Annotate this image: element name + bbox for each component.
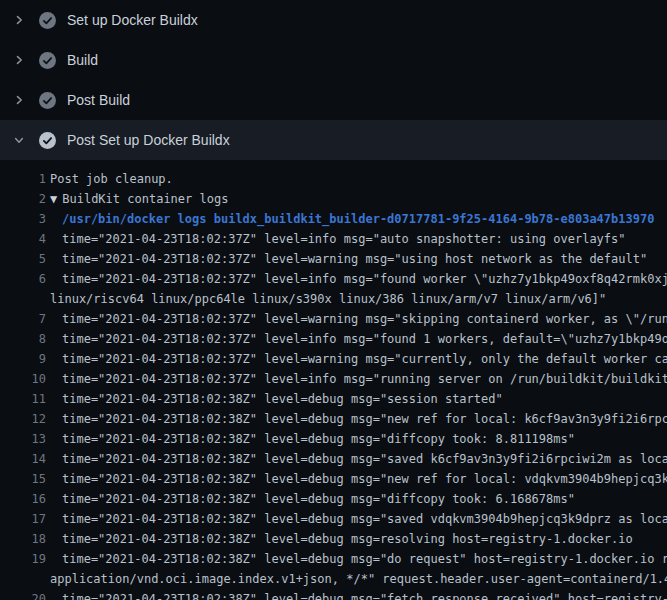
log-line-text: time="2021-04-23T18:02:37Z" level=info m…	[50, 269, 667, 289]
log-line-number[interactable]	[0, 569, 46, 589]
log-line-9: 9 time="2021-04-23T18:02:37Z" level=warn…	[0, 349, 667, 369]
log-line-3: 3 /usr/bin/docker logs buildx_buildkit_b…	[0, 209, 667, 229]
log-line-number[interactable]: 7	[0, 309, 46, 329]
log-line-6: 6 time="2021-04-23T18:02:37Z" level=info…	[0, 269, 667, 289]
log-line-17: 17 time="2021-04-23T18:02:38Z" level=deb…	[0, 509, 667, 529]
log-line-number[interactable]: 4	[0, 229, 46, 249]
step-label: Set up Docker Buildx	[67, 12, 198, 28]
log-line-text: time="2021-04-23T18:02:38Z" level=debug …	[50, 469, 667, 489]
group-collapse-icon[interactable]: ▼	[50, 192, 57, 206]
log-lines: 1 Post job cleanup. 2 ▼BuildKit containe…	[0, 160, 667, 600]
log-line-text: Post job cleanup.	[50, 169, 173, 189]
log-line-text: time="2021-04-23T18:02:37Z" level=info m…	[50, 229, 626, 249]
log-line-18: 18 time="2021-04-23T18:02:38Z" level=deb…	[0, 529, 667, 549]
log-line-text: time="2021-04-23T18:02:38Z" level=debug …	[50, 389, 503, 409]
log-line-text: time="2021-04-23T18:02:38Z" level=debug …	[50, 449, 667, 469]
log-line-text: time="2021-04-23T18:02:38Z" level=debug …	[50, 489, 575, 509]
step-label: Build	[67, 52, 98, 68]
actions-log-panel: Set up Docker Buildx Build Post Build Po…	[0, 0, 667, 600]
log-line-continuation: linux/riscv64 linux/ppc64le linux/s390x …	[0, 289, 667, 309]
log-line-text: time="2021-04-23T18:02:38Z" level=debug …	[50, 589, 667, 600]
log-line-12: 12 time="2021-04-23T18:02:38Z" level=deb…	[0, 409, 667, 429]
log-line-8: 8 time="2021-04-23T18:02:37Z" level=info…	[0, 329, 667, 349]
log-line-text: application/vnd.oci.image.index.v1+json,…	[50, 569, 667, 589]
log-line-text: ▼BuildKit container logs	[50, 189, 228, 209]
log-line-19: 19 time="2021-04-23T18:02:38Z" level=deb…	[0, 549, 667, 569]
log-line-continuation: application/vnd.oci.image.index.v1+json,…	[0, 569, 667, 589]
step-row-set-up-docker-buildx[interactable]: Set up Docker Buildx	[0, 0, 667, 40]
chevron-icon[interactable]	[12, 53, 26, 67]
log-line-7: 7 time="2021-04-23T18:02:37Z" level=warn…	[0, 309, 667, 329]
log-line-14: 14 time="2021-04-23T18:02:38Z" level=deb…	[0, 449, 667, 469]
log-line-text: time="2021-04-23T18:02:37Z" level=warnin…	[50, 249, 647, 269]
log-line-number[interactable]: 12	[0, 409, 46, 429]
chevron-icon[interactable]	[12, 133, 26, 147]
log-line-number[interactable]: 16	[0, 489, 46, 509]
log-line-number[interactable]: 3	[0, 209, 46, 229]
log-line-number[interactable]: 5	[0, 249, 46, 269]
log-line-text: time="2021-04-23T18:02:38Z" level=debug …	[50, 429, 575, 449]
log-line-number[interactable]: 14	[0, 449, 46, 469]
log-line-number[interactable]: 8	[0, 329, 46, 349]
steps-list: Set up Docker Buildx Build Post Build Po…	[0, 0, 667, 160]
log-line-number[interactable]: 10	[0, 369, 46, 389]
step-row-build[interactable]: Build	[0, 40, 667, 80]
log-line-13: 13 time="2021-04-23T18:02:38Z" level=deb…	[0, 429, 667, 449]
log-line-4: 4 time="2021-04-23T18:02:37Z" level=info…	[0, 229, 667, 249]
log-line-text: /usr/bin/docker logs buildx_buildkit_bui…	[50, 209, 654, 229]
log-line-number[interactable]: 19	[0, 549, 46, 569]
log-line-number[interactable]: 1	[0, 169, 46, 189]
check-circle-icon	[39, 12, 56, 29]
log-line-text: time="2021-04-23T18:02:38Z" level=debug …	[50, 409, 667, 429]
log-line-number[interactable]: 17	[0, 509, 46, 529]
step-row-post-build[interactable]: Post Build	[0, 80, 667, 120]
log-line-number[interactable]: 20	[0, 589, 46, 600]
log-line-text: time="2021-04-23T18:02:37Z" level=info m…	[50, 329, 667, 349]
log-line-text: time="2021-04-23T18:02:37Z" level=warnin…	[50, 309, 667, 329]
log-line-number[interactable]: 11	[0, 389, 46, 409]
log-line-10: 10 time="2021-04-23T18:02:37Z" level=inf…	[0, 369, 667, 389]
log-line-11: 11 time="2021-04-23T18:02:38Z" level=deb…	[0, 389, 667, 409]
log-line-text: linux/riscv64 linux/ppc64le linux/s390x …	[50, 289, 606, 309]
chevron-icon[interactable]	[12, 13, 26, 27]
log-line-5: 5 time="2021-04-23T18:02:37Z" level=warn…	[0, 249, 667, 269]
log-line-number[interactable]: 9	[0, 349, 46, 369]
log-line-number[interactable]: 15	[0, 469, 46, 489]
log-line-text: time="2021-04-23T18:02:38Z" level=debug …	[50, 529, 633, 549]
check-circle-icon	[39, 92, 56, 109]
chevron-icon[interactable]	[12, 93, 26, 107]
log-line-15: 15 time="2021-04-23T18:02:38Z" level=deb…	[0, 469, 667, 489]
step-label: Post Build	[67, 92, 130, 108]
log-line-1: 1 Post job cleanup.	[0, 169, 667, 189]
log-line-text: time="2021-04-23T18:02:38Z" level=debug …	[50, 549, 667, 569]
check-circle-icon	[39, 52, 56, 69]
log-line-number[interactable]: 13	[0, 429, 46, 449]
log-line-number[interactable]: 2	[0, 189, 46, 209]
log-line-2: 2 ▼BuildKit container logs	[0, 189, 667, 209]
step-row-post-set-up-docker-buildx[interactable]: Post Set up Docker Buildx	[0, 120, 667, 160]
check-circle-icon	[39, 132, 56, 149]
log-line-number[interactable]: 6	[0, 269, 46, 289]
log-line-number[interactable]	[0, 289, 46, 309]
log-line-text: time="2021-04-23T18:02:38Z" level=debug …	[50, 509, 667, 529]
step-label: Post Set up Docker Buildx	[67, 132, 230, 148]
log-line-20: 20 time="2021-04-23T18:02:38Z" level=deb…	[0, 589, 667, 600]
log-line-text: time="2021-04-23T18:02:37Z" level=info m…	[50, 369, 667, 389]
log-line-16: 16 time="2021-04-23T18:02:38Z" level=deb…	[0, 489, 667, 509]
log-line-number[interactable]: 18	[0, 529, 46, 549]
log-line-text: time="2021-04-23T18:02:37Z" level=warnin…	[50, 349, 667, 369]
